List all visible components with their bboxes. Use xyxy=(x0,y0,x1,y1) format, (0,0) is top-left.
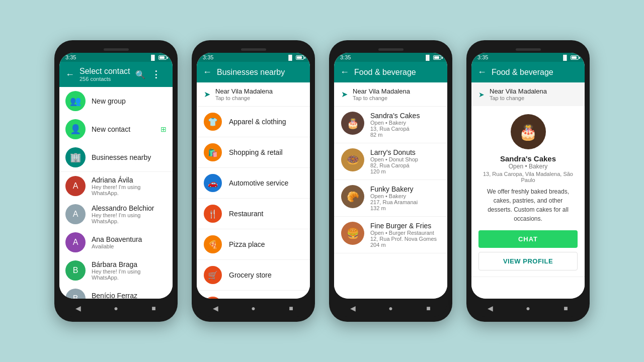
time-1: 3:35 xyxy=(65,54,76,60)
location-icon-2: ➤ xyxy=(204,89,210,99)
category-food[interactable]: 🥤 Food & beverage xyxy=(197,291,310,299)
shopping-icon: 🛍️ xyxy=(204,143,222,161)
larrys-avatar: 🍩 xyxy=(341,148,364,171)
back-nav-1[interactable]: ◀ xyxy=(73,303,84,314)
businesses-nearby-name: Businesses nearby xyxy=(92,153,167,161)
time-2: 3:35 xyxy=(203,54,213,60)
app-header-3: ← Food & beverage xyxy=(334,62,447,82)
header-subtitle-1: 256 contacts xyxy=(79,76,130,82)
header-title-1: Select contact xyxy=(79,67,130,76)
funky-addr: 217, Rua Aramanai xyxy=(370,199,418,205)
category-apparel[interactable]: 👕 Apparel & clothing xyxy=(197,107,310,137)
barbara-name: Bárbara Braga xyxy=(92,260,167,268)
apparel-label: Apparel & clothing xyxy=(229,118,286,126)
header-title-4: Food & beverage xyxy=(492,68,579,77)
contact-benicio[interactable]: B Benício Ferraz Disponível xyxy=(59,285,173,299)
detail-type: Open • Bakery xyxy=(509,163,548,170)
header-title-3: Food & beverage xyxy=(354,68,441,77)
back-button-4[interactable]: ← xyxy=(477,67,487,77)
apparel-icon: 👕 xyxy=(204,113,222,131)
sandras-avatar: 🎂 xyxy=(341,112,364,135)
status-bar-2: 3:35 ▐▌ xyxy=(197,53,310,62)
app-header-1: ← Select contact 256 contacts 🔍 ⋮ xyxy=(59,62,173,87)
category-shopping[interactable]: 🛍️ Shopping & retail xyxy=(197,137,310,168)
back-nav-2[interactable]: ◀ xyxy=(210,303,221,314)
new-group-item[interactable]: 👥 New group xyxy=(59,87,173,115)
business-detail: ➤ Near Vila Madalena Tap to change 🎂 San… xyxy=(471,82,585,299)
alessandro-name: Alessandro Belchior xyxy=(92,204,167,212)
businesses-nearby-item[interactable]: 🏢 Businesses nearby xyxy=(59,143,173,171)
location-sub-2: Tap to change xyxy=(215,95,273,101)
search-icon-1[interactable]: 🔍 xyxy=(135,70,145,79)
contact-ana[interactable]: A Ana Boaventura Available xyxy=(59,228,173,256)
home-nav-4[interactable]: ● xyxy=(523,303,534,314)
business-sandras[interactable]: 🎂 Sandra's Cakes Open • Bakery 13, Rua C… xyxy=(334,107,447,143)
location-icon-3: ➤ xyxy=(341,89,348,99)
back-button-3[interactable]: ← xyxy=(340,67,349,77)
home-nav-3[interactable]: ● xyxy=(385,303,396,314)
location-name-2: Near Vila Madalena xyxy=(215,87,273,95)
detail-avatar: 🎂 xyxy=(511,114,546,149)
detail-address: 13, Rua Caropa, Vila Madalena, São Paulo xyxy=(478,171,578,183)
location-bar-3[interactable]: ➤ Near Vila Madalena Tap to change xyxy=(334,82,447,107)
home-nav-2[interactable]: ● xyxy=(248,303,259,314)
back-button-1[interactable]: ← xyxy=(65,69,74,80)
location-name-4: Near Vila Madalena xyxy=(490,87,547,95)
new-group-name: New group xyxy=(92,97,167,105)
recent-nav-2[interactable]: ■ xyxy=(286,303,297,314)
signal-icon-4: ▐▌ xyxy=(561,55,569,60)
new-contact-item[interactable]: 👤 New contact ⊞ xyxy=(59,115,173,143)
category-grocery[interactable]: 🛒 Grocery store xyxy=(197,260,310,291)
view-profile-button[interactable]: VIEW PROFILE xyxy=(478,252,578,270)
business-detail-card: 🎂 Sandra's Cakes Open • Bakery 13, Rua C… xyxy=(471,106,585,277)
categories-list: ➤ Near Vila Madalena Tap to change 👕 App… xyxy=(197,82,310,299)
contact-barbara[interactable]: B Bárbara Braga Hey there! I'm using Wha… xyxy=(59,256,173,285)
back-button-2[interactable]: ← xyxy=(203,67,212,77)
restaurant-label: Restaurant xyxy=(229,210,263,218)
app-header-2: ← Businesses nearby xyxy=(197,62,310,82)
pizza-icon: 🍕 xyxy=(204,235,222,253)
category-automotive[interactable]: 🚗 Automotive service xyxy=(197,168,310,199)
contact-adriana[interactable]: A Adriana Ávila Hey there! I'm using Wha… xyxy=(59,172,173,200)
business-larrys[interactable]: 🍩 Larry's Donuts Open • Donut Shop 82, R… xyxy=(334,143,447,180)
category-restaurant[interactable]: 🍴 Restaurant xyxy=(197,199,310,229)
back-nav-4[interactable]: ◀ xyxy=(485,303,496,314)
category-pizza[interactable]: 🍕 Pizza place xyxy=(197,229,310,260)
status-bar-3: 3:35 ▐▌ xyxy=(334,53,447,62)
benicio-avatar: B xyxy=(65,289,86,299)
restaurant-icon: 🍴 xyxy=(204,205,222,223)
burger-dist: 204 m xyxy=(370,242,437,248)
phone-3: 3:35 ▐▌ ← Food & beverage ➤ Near Vila Ma… xyxy=(329,40,452,322)
funky-type: Open • Bakery xyxy=(370,193,418,199)
app-header-4: ← Food & beverage xyxy=(471,62,585,82)
business-funky[interactable]: 🥐 Funky Bakery Open • Bakery 217, Rua Ar… xyxy=(334,180,447,217)
business-burger[interactable]: 🍔 Fine Burger & Fries Open • Burger Rest… xyxy=(334,217,447,253)
burger-addr: 12, Rua Prof. Nova Gomes xyxy=(370,236,437,242)
burger-name: Fine Burger & Fries xyxy=(370,222,437,230)
home-nav-1[interactable]: ● xyxy=(111,303,122,314)
contact-alessandro[interactable]: A Alessandro Belchior Hey there! I'm usi… xyxy=(59,200,173,228)
back-nav-3[interactable]: ◀ xyxy=(348,303,359,314)
sandras-type: Open • Bakery xyxy=(370,120,420,126)
recent-nav-4[interactable]: ■ xyxy=(560,303,572,314)
adriana-status: Hey there! I'm using WhatsApp. xyxy=(92,184,167,196)
detail-name: Sandra's Cakes xyxy=(500,154,556,163)
ana-avatar: A xyxy=(65,232,86,252)
alessandro-status: Hey there! I'm using WhatsApp. xyxy=(92,212,167,224)
signal-icon-2: ▐▌ xyxy=(287,55,294,60)
location-bar-2[interactable]: ➤ Near Vila Madalena Tap to change xyxy=(197,82,310,107)
adriana-avatar: A xyxy=(65,176,86,196)
larrys-addr: 82, Rua Caropá xyxy=(370,162,418,168)
ana-name: Ana Boaventura xyxy=(92,235,167,243)
selected-location-4[interactable]: ➤ Near Vila Madalena Tap to change xyxy=(471,82,585,106)
header-title-2: Businesses nearby xyxy=(217,68,304,77)
larrys-type: Open • Donut Shop xyxy=(370,156,418,162)
recent-nav-1[interactable]: ■ xyxy=(148,303,159,314)
menu-icon-1[interactable]: ⋮ xyxy=(151,69,160,80)
phone-4: 3:35 ▐▌ ← Food & beverage ➤ Near Vila Ma… xyxy=(466,40,590,322)
grocery-label: Grocery store xyxy=(229,271,272,279)
funky-dist: 132 m xyxy=(370,205,418,211)
chat-button[interactable]: CHAT xyxy=(478,230,578,248)
recent-nav-3[interactable]: ■ xyxy=(423,303,434,314)
status-bar-4: 3:35 ▐▌ xyxy=(471,53,585,62)
